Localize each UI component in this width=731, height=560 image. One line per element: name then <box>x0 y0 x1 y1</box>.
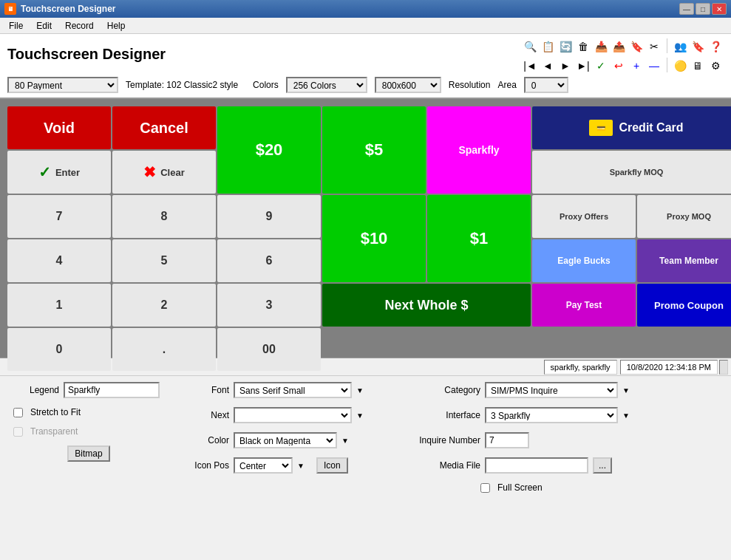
canvas-area: Void Cancel $20 $5 Sparkfly 💳 Credit Car… <box>0 99 731 358</box>
enter-button[interactable]: ✓ Enter <box>7 151 111 194</box>
zero-button[interactable]: 0 <box>7 328 111 371</box>
credit-card-icon: 💳 <box>589 120 613 136</box>
payment-grid: Void Cancel $20 $5 Sparkfly 💳 Credit Car… <box>7 106 724 371</box>
menu-edit[interactable]: Edit <box>30 19 58 33</box>
icon-pos-dropdown[interactable]: Center <box>234 457 293 474</box>
minimize-button[interactable]: — <box>679 3 694 15</box>
colors-dropdown[interactable]: 256 Colors <box>286 77 367 93</box>
color-label: Color <box>177 435 229 445</box>
two-button[interactable]: 2 <box>112 284 216 327</box>
eagle-bucks-button[interactable]: Eagle Bucks <box>532 239 636 282</box>
toolbar-bottom: |◄ ◄ ► ►| ✓ ↩ + — 🟡 🖥 ⚙ <box>522 58 724 74</box>
inquire-number-label: Inquire Number <box>407 435 480 445</box>
category-dropdown[interactable]: SIM/PMS Inquire <box>485 382 618 398</box>
sparkfly-moq-button[interactable]: Sparkfly MOQ <box>532 151 731 194</box>
tool-icon-2[interactable]: 📋 <box>540 38 556 55</box>
team-member-button[interactable]: Team Member <box>637 239 731 282</box>
x-icon: ✖ <box>143 163 156 181</box>
tool-icon-1[interactable]: 🔍 <box>522 38 538 55</box>
app-title: Touchscreen Designer <box>7 46 166 63</box>
tool-icon-5[interactable]: 📥 <box>593 38 609 55</box>
maximize-button[interactable]: □ <box>696 3 710 15</box>
nav-back[interactable]: ↩ <box>611 58 627 74</box>
header: Touchscreen Designer 🔍 📋 🔄 🗑 📥 📤 🔖 ✂ 👥 🔖… <box>0 34 731 99</box>
next-dropdown[interactable] <box>234 407 352 423</box>
nav-prev[interactable]: ◄ <box>540 58 556 74</box>
tool-icon-4[interactable]: 🗑 <box>575 38 591 55</box>
one-dollar-button[interactable]: $1 <box>427 195 531 282</box>
menu-file[interactable]: File <box>3 19 29 33</box>
category-label: Category <box>407 385 480 395</box>
legend-input[interactable] <box>64 382 160 398</box>
pay-test-button[interactable]: Pay Test <box>532 284 636 327</box>
nav-remove[interactable]: — <box>646 58 662 74</box>
transparent-checkbox[interactable] <box>13 427 23 437</box>
seven-button[interactable]: 7 <box>7 195 111 238</box>
interface-dropdown[interactable]: 3 Sparkfly <box>485 407 618 423</box>
menu-help[interactable]: Help <box>101 19 132 33</box>
toolbar-top: 🔍 📋 🔄 🗑 📥 📤 🔖 ✂ 👥 🔖 ❓ <box>522 38 724 55</box>
inquire-number-input[interactable] <box>485 432 529 448</box>
font-dropdown[interactable]: Sans Serif Small <box>234 382 352 398</box>
nav-settings[interactable]: ⚙ <box>707 58 724 74</box>
bitmap-button[interactable]: Bitmap <box>67 445 109 462</box>
full-screen-label: Full Screen <box>497 482 543 493</box>
eight-button[interactable]: 8 <box>112 195 216 238</box>
nav-first[interactable]: |◄ <box>522 58 538 74</box>
next-label: Next <box>177 410 229 420</box>
six-button[interactable]: 6 <box>217 239 321 282</box>
five-num-button[interactable]: 5 <box>112 239 216 282</box>
promo-coupon-button[interactable]: Promo Coupon <box>637 284 731 327</box>
payment-dropdown[interactable]: 80 Payment <box>7 77 118 93</box>
media-file-input[interactable] <box>485 457 588 474</box>
tool-icon-3[interactable]: 🔄 <box>557 38 574 55</box>
credit-card-button[interactable]: 💳 Credit Card <box>532 106 731 149</box>
font-label: Font <box>177 385 229 395</box>
tool-icon-7[interactable]: 🔖 <box>628 38 645 55</box>
icon-button[interactable]: Icon <box>316 457 348 474</box>
sparkfly-button[interactable]: Sparkfly <box>427 106 531 194</box>
dot-button[interactable]: . <box>112 328 216 371</box>
one-button[interactable]: 1 <box>7 284 111 327</box>
clear-button[interactable]: ✖ Clear <box>112 151 216 194</box>
template-label: Template: 102 Classic2 style <box>126 80 238 90</box>
area-dropdown[interactable]: 0 <box>524 77 568 93</box>
nine-button[interactable]: 9 <box>217 195 321 238</box>
ten-button[interactable]: $10 <box>322 195 426 282</box>
three-button[interactable]: 3 <box>217 284 321 327</box>
media-file-label: Media File <box>407 460 480 471</box>
tool-icon-10[interactable]: 🔖 <box>690 38 706 55</box>
nav-add[interactable]: + <box>628 58 645 74</box>
nav-yellow[interactable]: 🟡 <box>672 58 688 74</box>
nav-check[interactable]: ✓ <box>593 58 609 74</box>
full-screen-checkbox[interactable] <box>480 483 490 493</box>
four-button[interactable]: 4 <box>7 239 111 282</box>
resolution-dropdown[interactable]: 800x600 <box>375 77 441 93</box>
nav-monitor[interactable]: 🖥 <box>690 58 706 74</box>
title-bar: 🖥 Touchscreen Designer — □ ✕ <box>0 0 731 18</box>
browse-button[interactable]: ... <box>593 457 612 474</box>
tool-icon-8[interactable]: ✂ <box>646 38 662 55</box>
twenty-button[interactable]: $20 <box>217 106 321 194</box>
cancel-button[interactable]: Cancel <box>112 106 216 149</box>
next-whole-button[interactable]: Next Whole $ <box>322 284 531 327</box>
stretch-checkbox[interactable] <box>13 408 23 417</box>
nav-last[interactable]: ►| <box>575 58 591 74</box>
interface-label: Interface <box>407 410 480 420</box>
tool-icon-9[interactable]: 👥 <box>672 38 688 55</box>
proxy-offers-button[interactable]: Proxy Offers <box>532 195 636 238</box>
double-zero-button[interactable]: 00 <box>217 328 321 371</box>
legend-label: Legend <box>7 385 59 395</box>
menu-record[interactable]: Record <box>59 19 100 33</box>
transparent-label: Transparent <box>30 426 78 437</box>
proxy-moq-button[interactable]: Proxy MOQ <box>637 195 731 238</box>
tool-icon-6[interactable]: 📤 <box>611 38 627 55</box>
five-button[interactable]: $5 <box>322 106 426 194</box>
close-button[interactable]: ✕ <box>712 3 727 15</box>
colors-label: Colors <box>253 80 279 90</box>
icon-pos-label: Icon Pos <box>177 460 229 471</box>
tool-icon-11[interactable]: ❓ <box>707 38 724 55</box>
void-button[interactable]: Void <box>7 106 111 149</box>
nav-next[interactable]: ► <box>557 58 574 74</box>
color-dropdown[interactable]: Black on Magenta <box>234 432 337 448</box>
